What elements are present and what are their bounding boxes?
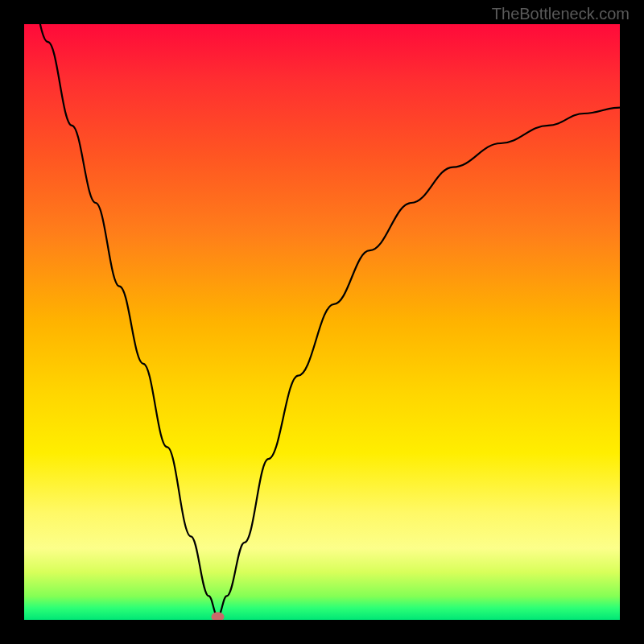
chart-container: TheBottleneck.com <box>0 0 644 644</box>
watermark-text: TheBottleneck.com <box>492 5 630 23</box>
gradient-background <box>24 24 620 620</box>
plot-area <box>24 24 620 620</box>
